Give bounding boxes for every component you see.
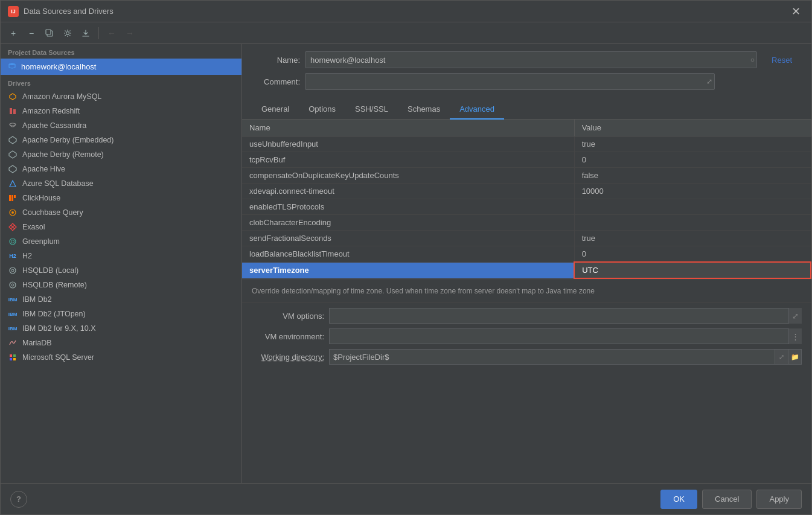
property-value[interactable]: 0 [574, 152, 811, 168]
property-value[interactable] [574, 215, 811, 231]
vm-environment-browse-button[interactable]: ⋮ [788, 328, 802, 344]
property-value[interactable]: true [574, 136, 811, 152]
cancel-button[interactable]: Cancel [702, 490, 752, 509]
tab-ssh-ssl[interactable]: SSH/SSL [345, 100, 398, 120]
description-text: Override detection/mapping of time zone.… [252, 287, 595, 295]
driver-name: IBM Db2 [22, 295, 52, 304]
toolbar-separator [98, 27, 99, 39]
table-row[interactable]: tcpRcvBuf 0 [242, 152, 811, 168]
copy-button[interactable] [42, 25, 57, 41]
driver-item[interactable]: Microsoft SQL Server [1, 350, 241, 365]
tab-advanced[interactable]: Advanced [450, 100, 504, 120]
driver-item[interactable]: Apache Derby (Remote) [1, 147, 241, 162]
close-button[interactable]: ✕ [788, 5, 804, 18]
driver-item[interactable]: MariaDB [1, 336, 241, 350]
back-button[interactable]: ← [104, 25, 120, 41]
name-row: Name: ○ Reset [252, 51, 802, 68]
vm-options-expand-button[interactable]: ⤢ [788, 308, 802, 324]
driver-name: ClickHouse [22, 194, 60, 202]
driver-item[interactable]: Couchbase Query [1, 205, 241, 220]
name-clear-button[interactable]: ○ [750, 56, 755, 64]
driver-item[interactable]: Apache Hive [1, 162, 241, 176]
driver-item[interactable]: Apache Derby (Embedded) [1, 133, 241, 147]
property-value[interactable] [574, 262, 811, 278]
table-row[interactable]: clobCharacterEncoding [242, 215, 811, 231]
property-value[interactable]: false [574, 168, 811, 184]
driver-icon [8, 338, 18, 348]
comment-label: Comment: [252, 77, 300, 86]
driver-icon: IBM [8, 295, 18, 304]
driver-item[interactable]: IBM IBM Db2 for 9.X, 10.X [1, 321, 241, 336]
description-area: Override detection/mapping of time zone.… [242, 279, 811, 302]
property-name: enabledTLSProtocols [242, 199, 574, 215]
vm-options-label: VM options: [252, 312, 324, 321]
working-directory-row: Working directory: ⤢ 📁 [252, 349, 802, 365]
table-row[interactable]: loadBalanceBlacklistTimeout 0 [242, 246, 811, 263]
value-edit-input[interactable] [582, 266, 803, 275]
drivers-list: Amazon Aurora MySQL Amazon Redshift Apac… [1, 89, 241, 365]
table-row[interactable]: useUnbufferedInput true [242, 136, 811, 152]
driver-item[interactable]: H2 H2 [1, 249, 241, 263]
forward-button[interactable]: → [122, 25, 138, 41]
settings-button[interactable] [60, 25, 75, 41]
driver-item[interactable]: Azure SQL Database [1, 176, 241, 191]
property-name: clobCharacterEncoding [242, 215, 574, 231]
action-buttons: OK Cancel Apply [660, 490, 802, 509]
table-row[interactable]: compensateOnDuplicateKeyUpdateCounts fal… [242, 168, 811, 184]
driver-name: Exasol [22, 223, 45, 231]
property-name: xdevapi.connect-timeout [242, 184, 574, 199]
svg-rect-17 [10, 354, 12, 357]
tab-schemas[interactable]: Schemas [398, 100, 450, 120]
driver-item[interactable]: HSQLDB (Remote) [1, 278, 241, 292]
remove-button[interactable]: − [24, 25, 39, 41]
data-source-item-homework[interactable]: homework@localhost [1, 59, 241, 75]
table-row[interactable]: serverTimezone [242, 262, 811, 278]
name-label: Name: [252, 56, 300, 65]
property-value[interactable]: 0 [574, 246, 811, 263]
tab-general[interactable]: General [252, 100, 299, 120]
driver-item[interactable]: Greenplum [1, 234, 241, 249]
table-row[interactable]: xdevapi.connect-timeout 10000 [242, 184, 811, 199]
property-value[interactable] [574, 199, 811, 215]
working-directory-input[interactable] [329, 349, 775, 365]
table-row[interactable]: sendFractionalSeconds true [242, 231, 811, 246]
driver-item[interactable]: Exasol [1, 220, 241, 234]
working-directory-expand-button[interactable]: ⤢ [775, 349, 788, 365]
driver-item[interactable]: Amazon Aurora MySQL [1, 89, 241, 104]
apply-button[interactable]: Apply [756, 490, 802, 509]
toolbar: + − ← → [1, 22, 811, 44]
driver-name: Microsoft SQL Server [22, 353, 94, 362]
driver-item[interactable]: Apache Cassandra [1, 118, 241, 133]
driver-item[interactable]: IBM IBM Db2 [1, 292, 241, 307]
app-icon: IJ [8, 6, 19, 17]
svg-rect-4 [13, 109, 16, 114]
add-button[interactable]: + [5, 25, 21, 41]
driver-item[interactable]: Amazon Redshift [1, 104, 241, 118]
working-directory-browse-button[interactable]: 📁 [788, 349, 802, 365]
working-directory-label: Working directory: [252, 353, 324, 362]
import-button[interactable] [78, 25, 94, 41]
reset-link[interactable]: Reset [762, 56, 802, 65]
driver-item[interactable]: IBM IBM Db2 (JTOpen) [1, 307, 241, 321]
vm-environment-input[interactable] [329, 328, 802, 344]
vm-options-input[interactable] [329, 308, 802, 324]
driver-name: H2 [22, 252, 32, 260]
help-button[interactable]: ? [10, 491, 27, 508]
driver-name: MariaDB [22, 339, 52, 347]
property-value[interactable]: true [574, 231, 811, 246]
property-value[interactable]: 10000 [574, 184, 811, 199]
driver-item[interactable]: HSQLDB (Local) [1, 263, 241, 278]
comment-expand-button[interactable]: ⤢ [706, 77, 712, 86]
svg-point-16 [11, 284, 14, 286]
form-header: Name: ○ Reset Comment: ⤢ [242, 44, 811, 100]
table-row[interactable]: enabledTLSProtocols [242, 199, 811, 215]
driver-icon [8, 106, 18, 116]
tab-options[interactable]: Options [299, 100, 345, 120]
svg-rect-19 [10, 358, 12, 360]
driver-icon [8, 121, 18, 130]
comment-input[interactable] [305, 73, 715, 90]
ok-button[interactable]: OK [660, 490, 697, 509]
right-panel: Name: ○ Reset Comment: ⤢ [242, 44, 811, 483]
name-input[interactable] [305, 51, 757, 68]
driver-item[interactable]: ClickHouse [1, 191, 241, 205]
